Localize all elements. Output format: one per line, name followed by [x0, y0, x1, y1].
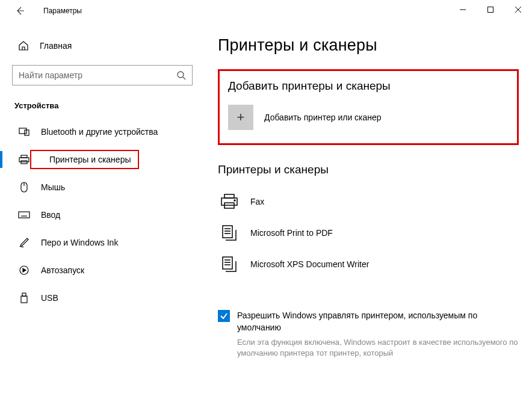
highlight-box: Принтеры и сканеры: [30, 150, 139, 169]
print-to-pdf-icon: [219, 223, 240, 243]
plus-icon: +: [228, 105, 253, 130]
svg-rect-21: [22, 293, 26, 296]
checkbox-label: Разрешить Windows управлять принтером, и…: [237, 310, 519, 333]
search-icon: [176, 70, 186, 80]
window-controls: [449, 0, 532, 19]
sidebar-section-title: Устройства: [12, 101, 193, 110]
home-icon: [18, 40, 29, 51]
device-row[interactable]: Microsoft XPS Document Writer: [218, 249, 519, 280]
default-printer-section: Разрешить Windows управлять принтером, и…: [218, 310, 519, 359]
sidebar-item-label: Мышь: [41, 182, 65, 192]
sidebar-item-bluetooth[interactable]: Bluetooth и другие устройства: [12, 120, 193, 144]
main-panel: Принтеры и сканеры Добавить принтеры и с…: [205, 22, 532, 396]
xps-writer-icon: [219, 254, 240, 274]
sidebar-item-typing[interactable]: Ввод: [12, 203, 193, 227]
minimize-button[interactable]: [449, 0, 477, 19]
sidebar-item-usb[interactable]: USB: [12, 286, 193, 310]
devices-icon: [18, 128, 30, 136]
maximize-icon: [487, 7, 493, 13]
minimize-icon: [460, 7, 466, 13]
sidebar-item-label: Перо и Windows Ink: [41, 238, 118, 247]
titlebar: Параметры: [0, 0, 532, 22]
sidebar-home[interactable]: Главная: [12, 35, 193, 57]
maximize-button[interactable]: [477, 0, 504, 19]
svg-rect-27: [223, 226, 232, 238]
svg-line-5: [183, 77, 185, 79]
sidebar-item-label: Автозапуск: [41, 265, 84, 275]
window-title: Параметры: [43, 7, 82, 15]
sidebar-item-printers[interactable]: Принтеры и сканеры: [12, 147, 193, 172]
close-button[interactable]: [504, 0, 532, 19]
sidebar-item-label: USB: [41, 293, 58, 303]
svg-point-26: [234, 200, 235, 201]
sidebar-item-label: Bluetooth и другие устройства: [41, 127, 158, 137]
device-label: Microsoft Print to PDF: [250, 228, 333, 238]
arrow-left-icon: [15, 6, 25, 16]
mouse-icon: [18, 182, 30, 193]
checkbox-checked[interactable]: [218, 310, 230, 322]
close-icon: [515, 7, 521, 13]
add-section-highlight: Добавить принтеры и сканеры + Добавить п…: [218, 69, 519, 145]
sidebar: Главная Устройства Bluetooth и другие ус…: [0, 22, 205, 396]
device-label: Microsoft XPS Document Writer: [250, 259, 369, 269]
printer-icon: [18, 155, 30, 164]
svg-rect-31: [223, 257, 232, 269]
sidebar-item-label: Ввод: [41, 210, 60, 220]
svg-rect-22: [21, 296, 27, 303]
add-printer-button[interactable]: + Добавить принтер или сканер: [228, 105, 509, 130]
svg-rect-1: [488, 7, 493, 13]
autoplay-icon: [18, 265, 30, 275]
checkmark-icon: [220, 312, 228, 320]
device-row[interactable]: Fax: [218, 186, 519, 217]
sidebar-item-pen[interactable]: Перо и Windows Ink: [12, 230, 193, 255]
checkbox-description: Если эта функция включена, Windows настр…: [237, 337, 519, 359]
pen-icon: [18, 237, 30, 248]
svg-rect-24: [221, 198, 237, 205]
device-label: Fax: [250, 197, 264, 206]
usb-icon: [18, 292, 30, 303]
device-row[interactable]: Microsoft Print to PDF: [218, 217, 519, 249]
list-section-title: Принтеры и сканеры: [218, 163, 519, 176]
svg-point-4: [178, 72, 184, 78]
sidebar-item-autoplay[interactable]: Автозапуск: [12, 258, 193, 282]
sidebar-item-label: Принтеры и сканеры: [49, 155, 131, 164]
printers-list-section: Принтеры и сканеры Fax Microsoft Print t…: [218, 163, 519, 280]
search-box[interactable]: [12, 65, 193, 85]
add-section-title: Добавить принтеры и сканеры: [228, 79, 509, 93]
svg-rect-23: [224, 194, 234, 198]
page-title: Принтеры и сканеры: [218, 36, 519, 55]
sidebar-item-mouse[interactable]: Мышь: [12, 175, 193, 199]
default-printer-checkbox-row[interactable]: Разрешить Windows управлять принтером, и…: [218, 310, 519, 333]
sidebar-home-label: Главная: [40, 41, 72, 51]
add-printer-label: Добавить принтер или сканер: [264, 113, 382, 122]
search-input[interactable]: [19, 70, 176, 80]
svg-rect-6: [19, 128, 26, 134]
svg-rect-13: [19, 212, 29, 218]
back-button[interactable]: [11, 6, 29, 16]
keyboard-icon: [18, 211, 30, 218]
svg-rect-8: [21, 155, 27, 158]
fax-icon: [219, 191, 240, 212]
